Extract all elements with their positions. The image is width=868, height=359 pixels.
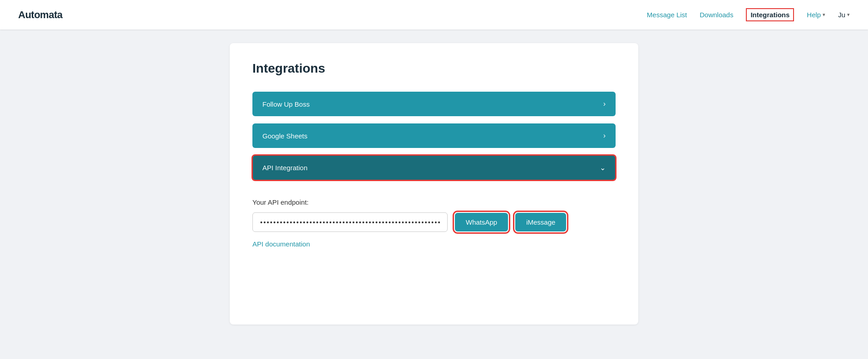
chevron-right-icon: ›: [603, 132, 606, 140]
nav-user[interactable]: Ju ▾: [838, 11, 850, 19]
nav-downloads[interactable]: Downloads: [700, 11, 733, 19]
whatsapp-button[interactable]: WhatsApp: [455, 213, 508, 231]
api-endpoint-label: Your API endpoint:: [252, 198, 616, 206]
header-nav: Message List Downloads Integrations Help…: [647, 8, 850, 21]
imessage-button[interactable]: iMessage: [515, 213, 566, 231]
nav-integrations[interactable]: Integrations: [746, 8, 794, 21]
chevron-right-icon: ›: [603, 100, 606, 108]
integration-api[interactable]: API Integration ⌄: [252, 155, 616, 180]
integration-follow-up-boss[interactable]: Follow Up Boss ›: [252, 92, 616, 116]
api-docs-link[interactable]: API documentation: [252, 240, 310, 248]
integration-label: API Integration: [262, 164, 307, 172]
nav-help[interactable]: Help ▾: [807, 11, 825, 19]
header: Automata Message List Downloads Integrat…: [0, 0, 868, 30]
api-input-row: WhatsApp iMessage: [252, 212, 616, 232]
chevron-down-icon: ⌄: [600, 163, 606, 172]
user-chevron-icon: ▾: [847, 12, 850, 18]
nav-message-list[interactable]: Message List: [647, 11, 687, 19]
help-chevron-icon: ▾: [823, 12, 825, 18]
app-logo: Automata: [18, 9, 62, 21]
content-card: Integrations Follow Up Boss › Google She…: [230, 43, 638, 325]
integration-label: Follow Up Boss: [262, 100, 310, 108]
page-title: Integrations: [252, 61, 616, 76]
api-endpoint-input[interactable]: [252, 212, 448, 232]
main-content: Integrations Follow Up Boss › Google She…: [0, 30, 868, 338]
integration-google-sheets[interactable]: Google Sheets ›: [252, 123, 616, 148]
api-section: Your API endpoint: WhatsApp iMessage API…: [252, 187, 616, 248]
integration-label: Google Sheets: [262, 132, 307, 140]
